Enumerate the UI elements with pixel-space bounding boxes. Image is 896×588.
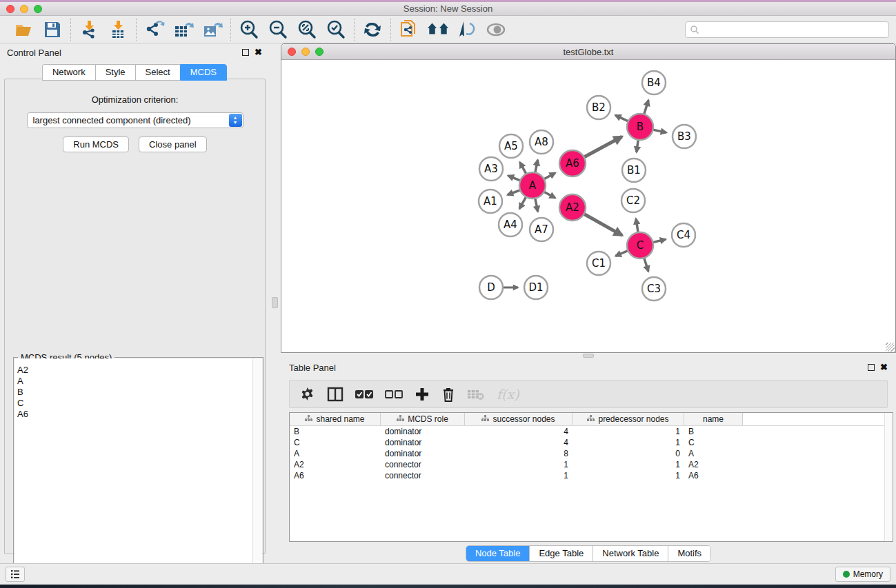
panel-splitter-vertical[interactable] (269, 43, 281, 563)
close-table-panel-icon[interactable]: ✖ (880, 364, 888, 371)
table-cell[interactable]: A2 (290, 460, 381, 469)
network-graph[interactable]: B4B2BB3A5A8A6B1A3AA1C2A2A4A7C4CC1C3DD1 (281, 60, 895, 352)
table-cell[interactable]: 8 (465, 449, 573, 458)
panel-splitter-horizontal[interactable] (281, 353, 896, 358)
zoom-out-icon[interactable] (267, 19, 289, 41)
table-cell[interactable]: A6 (290, 471, 381, 480)
mcds-result-list[interactable]: A2ABCA6 (14, 358, 262, 588)
column-header-predecessor-nodes[interactable]: predecessor nodes (573, 413, 684, 425)
splitter-grip[interactable] (583, 354, 594, 358)
close-panel-icon[interactable]: ✖ (255, 49, 262, 56)
table-cell[interactable]: B (290, 427, 381, 436)
table-cell[interactable]: 0 (573, 449, 684, 458)
add-column-icon[interactable] (415, 387, 430, 402)
search-input-container[interactable] (685, 21, 889, 38)
table-cell[interactable]: connector (381, 471, 465, 480)
search-input[interactable] (702, 25, 882, 34)
table-row[interactable]: A6connector11A6 (290, 470, 893, 481)
table-cell[interactable]: 1 (465, 471, 573, 480)
result-item[interactable]: A (14, 376, 262, 387)
table-cell[interactable]: A2 (684, 460, 743, 469)
table-cell[interactable]: dominator (381, 438, 465, 447)
tab-motifs[interactable]: Motifs (668, 546, 710, 561)
table-cell[interactable]: A (684, 449, 743, 458)
network-window-titlebar[interactable]: testGlobe.txt (281, 44, 895, 60)
delete-column-icon[interactable] (441, 386, 455, 403)
column-header-shared-name[interactable]: shared name (290, 413, 381, 425)
list-icon (10, 569, 20, 579)
zoom-in-icon[interactable] (238, 19, 260, 41)
export-image-icon[interactable] (201, 19, 223, 41)
table-row[interactable]: Bdominator41B (290, 426, 893, 437)
tab-node-table[interactable]: Node Table (466, 546, 530, 561)
table-cell[interactable]: connector (381, 460, 465, 469)
run-mcds-button[interactable]: Run MCDS (63, 136, 129, 152)
result-item[interactable]: A6 (14, 409, 262, 420)
column-view-icon[interactable] (327, 386, 344, 403)
table-cell[interactable]: 1 (573, 471, 684, 480)
tab-select[interactable]: Select (135, 64, 180, 81)
splitter-grip[interactable] (272, 297, 278, 308)
table-cell[interactable]: C (684, 438, 743, 447)
table-cell[interactable]: 4 (465, 438, 573, 447)
tab-mcds[interactable]: MCDS (180, 64, 227, 81)
select-all-checked-icon[interactable] (355, 389, 373, 399)
export-table-icon[interactable] (172, 19, 195, 41)
table-cell[interactable]: 1 (573, 438, 684, 447)
close-panel-button[interactable]: Close panel (139, 136, 207, 152)
tab-style[interactable]: Style (95, 64, 135, 81)
result-list-scrollbar[interactable] (252, 358, 262, 588)
import-network-icon[interactable] (78, 19, 100, 41)
table-cell[interactable]: 1 (573, 427, 684, 436)
function-builder-icon[interactable]: f(x) (497, 387, 519, 402)
table-cell[interactable]: dominator (381, 449, 465, 458)
table-cell[interactable]: dominator (381, 427, 465, 436)
node-table: shared nameMCDS rolesuccessor nodesprede… (289, 412, 893, 542)
tab-network[interactable]: Network (42, 64, 95, 81)
table-row[interactable]: Cdominator41C (290, 437, 893, 448)
criterion-select[interactable]: largest connected component (directed) ▲… (27, 112, 243, 128)
table-cell[interactable]: A (290, 449, 381, 458)
table-cell[interactable]: C (290, 438, 381, 447)
table-row[interactable]: A2connector11A2 (290, 459, 893, 470)
tab-network-table[interactable]: Network Table (593, 546, 668, 561)
table-cell[interactable]: A6 (684, 471, 743, 480)
column-header-successor-nodes[interactable]: successor nodes (465, 413, 573, 425)
table-cell[interactable]: 1 (573, 460, 684, 469)
home-icon[interactable] (427, 19, 449, 41)
new-session-doc-icon[interactable] (398, 19, 420, 41)
cytoscape-app: Session: New Session (0, 0, 896, 588)
graphics-details-icon[interactable] (456, 19, 478, 41)
delete-table-icon[interactable] (467, 388, 485, 401)
table-cell[interactable]: B (684, 427, 743, 436)
table-scrollbar[interactable] (884, 413, 893, 541)
column-header-name[interactable]: name (684, 413, 743, 425)
save-session-icon[interactable] (41, 19, 63, 41)
network-canvas[interactable]: B4B2BB3A5A8A6B1A3AA1C2A2A4A7C4CC1C3DD1 (281, 60, 895, 352)
open-session-icon[interactable] (12, 19, 34, 41)
result-item[interactable]: C (14, 398, 262, 409)
window-resize-grip[interactable] (886, 343, 895, 352)
deselect-all-icon[interactable] (385, 389, 403, 399)
table-cell[interactable]: 4 (465, 427, 573, 436)
hide-panel-eye-icon[interactable] (485, 19, 507, 41)
result-item[interactable]: A2 (14, 365, 262, 376)
float-panel-icon[interactable] (242, 49, 249, 56)
tab-edge-table[interactable]: Edge Table (530, 546, 593, 561)
import-table-icon[interactable] (107, 19, 129, 41)
memory-button[interactable]: Memory (835, 567, 890, 582)
node-label-A3: A3 (484, 163, 498, 175)
table-row[interactable]: Adominator80A (290, 448, 893, 459)
task-history-button[interactable] (6, 567, 25, 582)
export-network-icon[interactable] (143, 19, 166, 41)
node-label-A6: A6 (566, 157, 579, 170)
result-item[interactable]: B (14, 387, 262, 398)
float-table-panel-icon[interactable] (868, 364, 875, 371)
settings-gear-icon[interactable] (300, 387, 315, 402)
zoom-selected-icon[interactable] (325, 19, 347, 41)
table-cell[interactable]: 1 (465, 460, 573, 469)
zoom-fit-icon[interactable] (296, 19, 318, 41)
network-view-window: testGlobe.txt B4B2BB3A5A8A6B1A3AA1C2A2A4… (281, 43, 896, 353)
refresh-icon[interactable] (361, 19, 384, 41)
column-header-MCDS-role[interactable]: MCDS role (381, 413, 465, 425)
